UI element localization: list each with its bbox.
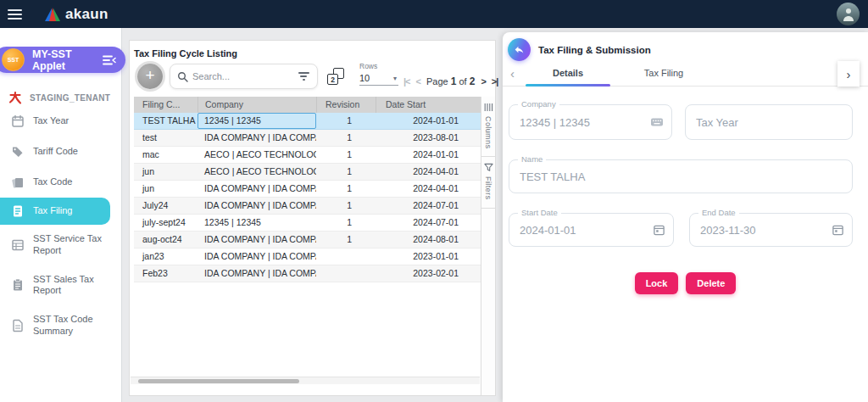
cell-company[interactable]: IDA COMPANY | IDA COMPA... [198, 130, 316, 146]
cell-revision[interactable]: 1 [316, 232, 376, 248]
cell-filing-cycle[interactable]: july-sept24 [134, 215, 198, 231]
tab-tax-filing[interactable]: Tax Filing [621, 61, 706, 86]
cell-company[interactable]: 12345 | 12345 [198, 215, 316, 231]
cell-date-start[interactable]: 2023-08-01 [376, 130, 481, 146]
back-button[interactable] [508, 38, 531, 61]
sidebar-item-tariff-code[interactable]: Tariff Code [0, 137, 122, 167]
delete-button[interactable]: Delete [686, 272, 736, 294]
duplicate-view-icon[interactable]: 2 [327, 68, 344, 85]
search-box [170, 64, 318, 89]
tabs-scroll-right-icon[interactable]: › [837, 61, 860, 87]
cell-revision[interactable]: 1 [316, 198, 376, 214]
tax-year-input[interactable] [686, 105, 852, 139]
cell-filing-cycle[interactable]: TEST TALHA [134, 113, 198, 129]
scrollbar-thumb[interactable] [138, 379, 299, 383]
table-row[interactable]: mac AECO | AECO TECHNOLOGIE... 1 2024-01… [134, 147, 481, 164]
cell-date-start[interactable]: 2024-04-01 [376, 164, 481, 180]
filter-icon[interactable] [297, 72, 310, 81]
cell-filing-cycle[interactable]: jan23 [134, 248, 198, 265]
table-row[interactable]: TEST TALHA 12345 | 12345 1 2024-01-01 [134, 113, 481, 130]
table-row[interactable]: jun AECO | AECO TECHNOLOGIE... 1 2024-04… [134, 164, 481, 181]
cell-revision[interactable] [316, 248, 376, 265]
tab-details[interactable]: Details [526, 61, 610, 86]
sidebar-item-tax-filing[interactable]: Tax Filing [0, 198, 110, 225]
column-header-revision[interactable]: Revision [316, 97, 376, 113]
cell-date-start[interactable]: 2024-01-01 [376, 113, 481, 129]
filters-tab[interactable]: Filters [481, 157, 495, 208]
cell-date-start[interactable]: 2024-01-01 [376, 147, 481, 163]
column-header-filing-cycle[interactable]: Filing C... [134, 97, 198, 113]
column-header-date-start[interactable]: Date Start [376, 97, 481, 113]
calendar-picker-icon[interactable] [653, 224, 665, 237]
name-input[interactable] [509, 160, 852, 193]
rows-value: 10 [359, 73, 370, 83]
cell-date-start[interactable]: 2024-04-01 [376, 181, 481, 197]
keyboard-icon[interactable] [650, 117, 664, 127]
cell-date-start[interactable]: 2024-08-01 [376, 232, 481, 248]
last-page-button[interactable]: >| [492, 76, 498, 87]
cell-company[interactable]: IDA COMPANY | IDA COMPA... [198, 265, 316, 282]
cell-company[interactable]: IDA COMPANY | IDA COMPA... [198, 198, 316, 214]
cell-company[interactable]: IDA COMPANY | IDA COMPA... [198, 181, 316, 197]
columns-tab[interactable]: Columns [481, 97, 495, 157]
sidebar-item-tax-code[interactable]: Tax Code [0, 167, 122, 198]
sidebar-item-sst-service-tax-report[interactable]: SST Service Tax Report [0, 225, 122, 265]
prev-page-button[interactable]: < [416, 76, 420, 87]
tabs-scroll-left-icon[interactable]: ‹ [510, 66, 515, 81]
start-date-input[interactable] [509, 214, 673, 246]
cell-filing-cycle[interactable]: aug-oct24 [134, 232, 198, 248]
collapse-sidebar-icon[interactable] [103, 54, 116, 66]
sidebar-item-sst-tax-code-summary[interactable]: SST Tax Code Summary [0, 305, 122, 346]
add-button[interactable]: + [137, 64, 163, 89]
cell-company[interactable]: AECO | AECO TECHNOLOGIE... [198, 147, 316, 163]
cell-date-start[interactable]: 2024-07-01 [376, 215, 481, 231]
company-input[interactable] [509, 105, 671, 139]
cell-revision[interactable]: 1 [316, 113, 376, 129]
lock-button[interactable]: Lock [635, 272, 679, 294]
table-row[interactable]: jun IDA COMPANY | IDA COMPA... 1 2024-04… [134, 181, 481, 198]
menu-icon[interactable] [8, 9, 22, 20]
cell-filing-cycle[interactable]: test [134, 130, 198, 146]
table-row[interactable]: test IDA COMPANY | IDA COMPA... 1 2023-0… [134, 130, 481, 147]
cell-date-start[interactable]: 2023-01-01 [376, 248, 481, 265]
cell-company[interactable]: IDA COMPANY | IDA COMPA... [198, 248, 316, 265]
cell-company[interactable]: IDA COMPANY | IDA COMPA... [198, 232, 316, 248]
table-row[interactable]: jan23 IDA COMPANY | IDA COMPA... 2023-01… [134, 248, 481, 265]
cell-date-start[interactable]: 2023-02-01 [376, 265, 481, 282]
next-page-button[interactable]: > [481, 76, 485, 87]
cell-filing-cycle[interactable]: jun [134, 164, 198, 180]
cell-revision[interactable] [316, 265, 376, 282]
tax-year-field [685, 104, 853, 140]
company-field: Company [509, 104, 672, 140]
horizontal-scrollbar[interactable] [131, 377, 480, 384]
sidebar-item-sst-sales-tax-report[interactable]: SST Sales Tax Report [0, 265, 122, 306]
search-input[interactable] [192, 71, 297, 81]
rows-per-page-select[interactable]: Rows 10 ▾ [359, 62, 400, 86]
cell-revision[interactable]: 1 [316, 215, 376, 231]
columns-tab-label: Columns [484, 116, 492, 148]
cell-revision[interactable]: 1 [316, 130, 376, 146]
applet-switcher[interactable]: SST MY-SST Applet [0, 47, 125, 73]
cell-revision[interactable]: 1 [316, 164, 376, 180]
table-row[interactable]: july-sept24 12345 | 12345 1 2024-07-01 [134, 215, 481, 232]
cell-filing-cycle[interactable]: July24 [134, 198, 198, 214]
cell-revision[interactable]: 1 [316, 181, 376, 197]
calendar-picker-icon[interactable] [832, 224, 844, 237]
table-row[interactable]: July24 IDA COMPANY | IDA COMPA... 1 2024… [134, 198, 481, 215]
cell-date-start[interactable]: 2024-07-01 [376, 198, 481, 214]
cell-filing-cycle[interactable]: jun [134, 181, 198, 197]
cell-filing-cycle[interactable]: Feb23 [134, 265, 198, 282]
column-header-company[interactable]: Company [198, 97, 316, 113]
cell-revision[interactable]: 1 [316, 147, 376, 163]
table-row[interactable]: aug-oct24 IDA COMPANY | IDA COMPA... 1 2… [134, 232, 481, 248]
table-row[interactable]: Feb23 IDA COMPANY | IDA COMPA... 2023-02… [134, 265, 481, 282]
first-page-button[interactable]: |< [403, 76, 410, 87]
table-body: TEST TALHA 12345 | 12345 1 2024-01-01 te… [134, 113, 481, 282]
cell-company[interactable]: AECO | AECO TECHNOLOGIE... [198, 164, 316, 180]
sidebar: SST MY-SST Applet STAGING_TENANT Tax Yea… [0, 28, 122, 402]
end-date-input[interactable] [690, 214, 852, 246]
cell-company-selected[interactable]: 12345 | 12345 [198, 113, 316, 129]
cell-filing-cycle[interactable]: mac [134, 147, 198, 163]
sidebar-item-tax-year[interactable]: Tax Year [0, 106, 122, 137]
user-avatar[interactable] [837, 3, 860, 25]
